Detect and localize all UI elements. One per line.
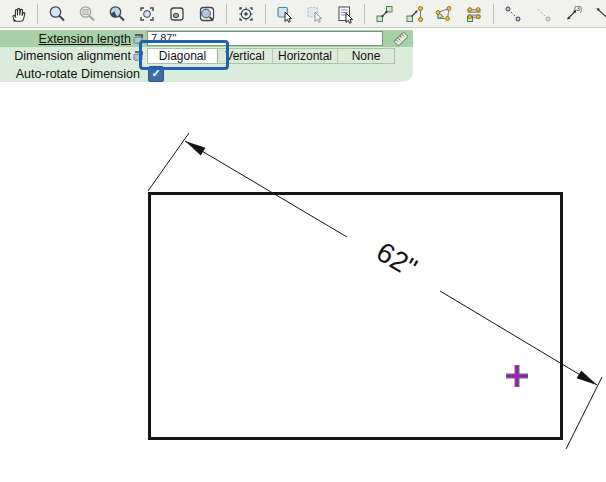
default-link-icon[interactable] xyxy=(131,32,147,46)
dimension-arrowhead-top xyxy=(185,141,205,156)
extension-length-row: Extension length 7.87" xyxy=(0,30,413,47)
dimension-line-a xyxy=(185,141,347,237)
dimension-label[interactable]: 62" xyxy=(371,236,422,284)
alignment-option-vertical[interactable]: Vertical xyxy=(218,49,273,63)
alignment-option-diagonal[interactable]: Diagonal xyxy=(148,49,218,63)
dimension-arrowhead-bottom xyxy=(577,370,597,385)
auto-rotate-label: Auto-rotate Dimension xyxy=(0,67,140,81)
dimension-alignment-label: Dimension alignment xyxy=(0,49,131,63)
extension-length-input[interactable]: 7.87" xyxy=(147,31,383,46)
extension-line-top xyxy=(148,133,189,191)
auto-rotate-row: Auto-rotate Dimension ✓ xyxy=(0,65,413,82)
alignment-option-horizontal[interactable]: Horizontal xyxy=(273,49,338,63)
alignment-option-none[interactable]: None xyxy=(338,49,394,63)
measure-ruler-icon[interactable] xyxy=(392,30,410,47)
dimension-alignment-row: Dimension alignment Diagonal Vertical Ho… xyxy=(0,47,413,65)
extension-length-label[interactable]: Extension length xyxy=(0,32,131,46)
alignment-segmented-control: Diagonal Vertical Horizontal None xyxy=(147,48,395,64)
checkmark-icon: ✓ xyxy=(151,68,160,79)
default-link-icon[interactable] xyxy=(131,49,147,63)
crosshair-cursor xyxy=(506,365,528,387)
dimension-properties-panel: Extension length 7.87" Dimension alignme… xyxy=(0,30,413,82)
drawn-rectangle[interactable] xyxy=(150,194,562,439)
auto-rotate-checkbox[interactable]: ✓ xyxy=(148,66,164,82)
extension-line-bottom xyxy=(566,377,602,449)
